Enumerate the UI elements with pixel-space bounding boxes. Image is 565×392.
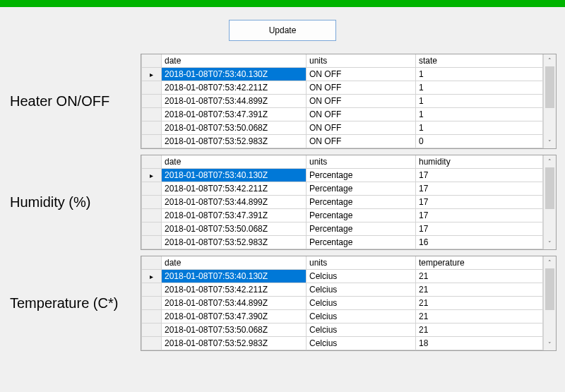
cell-units[interactable]: ON OFF [307,81,416,95]
col-value[interactable]: temperature [416,256,543,270]
humidity-grid[interactable]: date units humidity ▸2018-01-08T07:53:40… [141,155,557,250]
temperature-table[interactable]: date units temperature ▸2018-01-08T07:53… [141,256,543,350]
cell-date[interactable]: 2018-01-08T07:53:47.390Z [162,310,307,323]
heater-table[interactable]: date units state ▸2018-01-08T07:53:40.13… [141,54,543,148]
update-button[interactable]: Update [229,20,336,41]
table-row[interactable]: 2018-01-08T07:53:42.211ZCelcius21 [142,283,543,297]
humidity-table[interactable]: date units humidity ▸2018-01-08T07:53:40… [141,155,543,249]
table-row[interactable]: 2018-01-08T07:53:47.391ZPercentage17 [142,209,543,222]
cell-date[interactable]: 2018-01-08T07:53:42.211Z [162,283,307,297]
cell-date[interactable]: 2018-01-08T07:53:42.211Z [162,81,307,95]
temperature-scrollbar[interactable]: ˄ ˅ [543,256,556,350]
cell-date[interactable]: 2018-01-08T07:53:52.983Z [162,236,307,249]
cell-value[interactable]: 0 [416,135,543,148]
cell-value[interactable]: 1 [416,68,543,81]
scroll-up-icon[interactable]: ˄ [544,54,556,66]
cell-date[interactable]: 2018-01-08T07:53:52.983Z [162,337,307,350]
cell-units[interactable]: Celcius [307,323,416,337]
cell-value[interactable]: 17 [416,196,543,209]
col-date[interactable]: date [162,256,307,270]
col-units[interactable]: units [307,256,416,270]
humidity-scrollbar[interactable]: ˄ ˅ [543,155,556,249]
cell-units[interactable]: ON OFF [307,95,416,108]
cell-units[interactable]: ON OFF [307,135,416,148]
cell-date[interactable]: 2018-01-08T07:53:47.391Z [162,209,307,222]
scroll-track[interactable] [544,66,556,136]
table-row[interactable]: ▸2018-01-08T07:53:40.130ZCelcius21 [142,270,543,283]
cell-units[interactable]: Celcius [307,297,416,310]
cell-value[interactable]: 21 [416,283,543,297]
scroll-down-icon[interactable]: ˅ [544,338,556,350]
scroll-thumb[interactable] [545,66,554,108]
cell-date[interactable]: 2018-01-08T07:53:40.130Z [162,169,307,182]
cell-units[interactable]: Percentage [307,169,416,182]
temperature-grid[interactable]: date units temperature ▸2018-01-08T07:53… [141,256,557,351]
cell-date[interactable]: 2018-01-08T07:53:50.068Z [162,222,307,236]
cell-units[interactable]: Percentage [307,236,416,249]
cell-date[interactable]: 2018-01-08T07:53:42.211Z [162,182,307,196]
cell-value[interactable]: 17 [416,209,543,222]
scroll-down-icon[interactable]: ˅ [544,237,556,249]
scroll-up-icon[interactable]: ˄ [544,256,556,268]
heater-scrollbar[interactable]: ˄ ˅ [543,54,556,148]
cell-units[interactable]: Celcius [307,283,416,297]
cell-date[interactable]: 2018-01-08T07:53:44.899Z [162,297,307,310]
table-row[interactable]: 2018-01-08T07:53:44.899ZON OFF1 [142,95,543,108]
cell-value[interactable]: 21 [416,323,543,337]
table-row[interactable]: 2018-01-08T07:53:52.983ZPercentage16 [142,236,543,249]
cell-value[interactable]: 1 [416,95,543,108]
scroll-thumb[interactable] [545,167,554,209]
cell-date[interactable]: 2018-01-08T07:53:40.130Z [162,68,307,81]
table-row[interactable]: 2018-01-08T07:53:50.068ZPercentage17 [142,222,543,236]
cell-value[interactable]: 1 [416,108,543,121]
cell-date[interactable]: 2018-01-08T07:53:44.899Z [162,95,307,108]
table-row[interactable]: 2018-01-08T07:53:52.983ZON OFF0 [142,135,543,148]
cell-value[interactable]: 1 [416,121,543,135]
col-date[interactable]: date [162,54,307,68]
table-row[interactable]: 2018-01-08T07:53:42.211ZON OFF1 [142,81,543,95]
cell-date[interactable]: 2018-01-08T07:53:50.068Z [162,121,307,135]
cell-units[interactable]: ON OFF [307,108,416,121]
scroll-thumb[interactable] [545,268,554,310]
cell-units[interactable]: Percentage [307,196,416,209]
cell-units[interactable]: Percentage [307,182,416,196]
table-row[interactable]: 2018-01-08T07:53:52.983ZCelcius18 [142,337,543,350]
col-date[interactable]: date [162,155,307,169]
table-row[interactable]: 2018-01-08T07:53:44.899ZCelcius21 [142,297,543,310]
cell-units[interactable]: Celcius [307,337,416,350]
heater-grid[interactable]: date units state ▸2018-01-08T07:53:40.13… [141,54,557,149]
table-row[interactable]: 2018-01-08T07:53:44.899ZPercentage17 [142,196,543,209]
cell-value[interactable]: 17 [416,182,543,196]
cell-date[interactable]: 2018-01-08T07:53:52.983Z [162,135,307,148]
cell-date[interactable]: 2018-01-08T07:53:47.391Z [162,108,307,121]
table-row[interactable]: ▸2018-01-08T07:53:40.130ZPercentage17 [142,169,543,182]
cell-date[interactable]: 2018-01-08T07:53:40.130Z [162,270,307,283]
cell-value[interactable]: 17 [416,222,543,236]
col-units[interactable]: units [307,54,416,68]
scroll-down-icon[interactable]: ˅ [544,136,556,148]
col-value[interactable]: state [416,54,543,68]
cell-units[interactable]: ON OFF [307,121,416,135]
cell-units[interactable]: ON OFF [307,68,416,81]
table-row[interactable]: 2018-01-08T07:53:50.068ZON OFF1 [142,121,543,135]
cell-value[interactable]: 21 [416,297,543,310]
table-row[interactable]: 2018-01-08T07:53:42.211ZPercentage17 [142,182,543,196]
cell-date[interactable]: 2018-01-08T07:53:44.899Z [162,196,307,209]
cell-date[interactable]: 2018-01-08T07:53:50.068Z [162,323,307,337]
cell-value[interactable]: 1 [416,81,543,95]
cell-units[interactable]: Percentage [307,222,416,236]
cell-units[interactable]: Percentage [307,209,416,222]
table-row[interactable]: ▸2018-01-08T07:53:40.130ZON OFF1 [142,68,543,81]
cell-value[interactable]: 17 [416,169,543,182]
col-units[interactable]: units [307,155,416,169]
table-row[interactable]: 2018-01-08T07:53:50.068ZCelcius21 [142,323,543,337]
table-row[interactable]: 2018-01-08T07:53:47.390ZCelcius21 [142,310,543,323]
cell-value[interactable]: 16 [416,236,543,249]
cell-value[interactable]: 21 [416,310,543,323]
table-row[interactable]: 2018-01-08T07:53:47.391ZON OFF1 [142,108,543,121]
cell-value[interactable]: 18 [416,337,543,350]
scroll-track[interactable] [544,268,556,338]
scroll-up-icon[interactable]: ˄ [544,155,556,167]
cell-units[interactable]: Celcius [307,270,416,283]
scroll-track[interactable] [544,167,556,237]
